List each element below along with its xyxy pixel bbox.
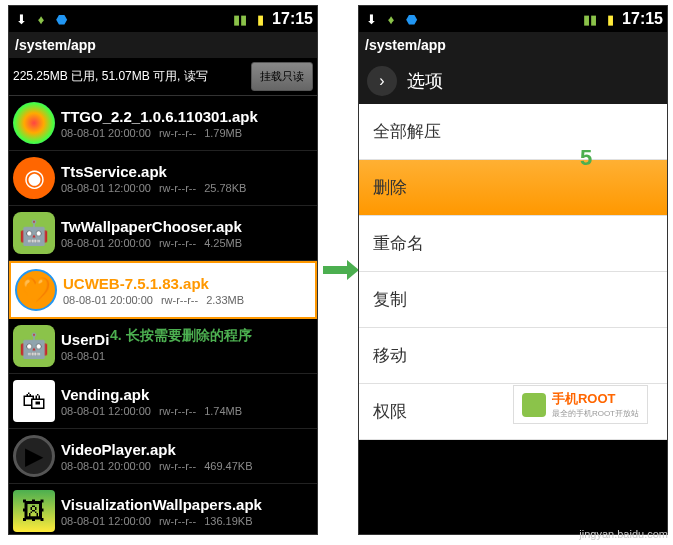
android-icon: ♦	[33, 11, 49, 27]
status-bar: ⬇ ♦ ⬣ ▮▮ ▮ 17:15	[359, 6, 667, 32]
chevron-right-icon: ›	[379, 72, 384, 90]
file-item[interactable]: TTGO_2.2_1.0.6.110301.apk 08-08-01 20:00…	[9, 96, 317, 151]
storage-info: 225.25MB 已用, 51.07MB 可用, 读写	[13, 68, 208, 85]
apk-icon: 🤖	[13, 212, 55, 254]
file-item[interactable]: ▶ VideoPlayer.apk 08-08-01 20:00:00rw-r-…	[9, 429, 317, 484]
file-name: TTGO_2.2_1.0.6.110301.apk	[61, 108, 313, 125]
menu-item-delete[interactable]: 删除	[359, 160, 667, 216]
file-item[interactable]: 🖼 VisualizationWallpapers.apk 08-08-01 1…	[9, 484, 317, 534]
app-icon-visualization: 🖼	[13, 490, 55, 532]
app-icon-vending: 🛍	[13, 380, 55, 422]
file-name: UCWEB-7.5.1.83.apk	[63, 275, 311, 292]
download-icon: ⬇	[13, 11, 29, 27]
current-path: /system/app	[15, 37, 96, 53]
baidu-watermark: jingyan.baidu.com	[579, 528, 668, 540]
watermark-title: 手机ROOT	[552, 390, 639, 408]
app-icon-ttgo	[13, 102, 55, 144]
app-icon-ucweb: 🧡	[15, 269, 57, 311]
app-icon-video: ▶	[13, 435, 55, 477]
popup-title: 选项	[407, 69, 443, 93]
file-name: TtsService.apk	[61, 163, 313, 180]
menu-item-move[interactable]: 移动	[359, 328, 667, 384]
file-name: VideoPlayer.apk	[61, 441, 313, 458]
file-name: VisualizationWallpapers.apk	[61, 496, 313, 513]
annotation-step-5: 5	[580, 145, 592, 171]
annotation-step-4: 4. 长按需要删除的程序	[110, 327, 252, 345]
signal-icon: ▮▮	[232, 11, 248, 27]
file-name: Vending.apk	[61, 386, 313, 403]
app-icon: ⬣	[53, 11, 69, 27]
watermark-logo: 手机ROOT 最全的手机ROOT开放站	[513, 385, 648, 424]
path-bar: /system/app	[359, 32, 667, 58]
current-path: /system/app	[365, 37, 446, 53]
popup-header: › 选项	[359, 58, 667, 104]
mount-readonly-button[interactable]: 挂载只读	[251, 62, 313, 91]
file-name: TwWallpaperChooser.apk	[61, 218, 313, 235]
menu-item-rename[interactable]: 重命名	[359, 216, 667, 272]
phone-screenshot-right: ⬇ ♦ ⬣ ▮▮ ▮ 17:15 /system/app › 选项 全部解压 删…	[358, 5, 668, 535]
status-bar: ⬇ ♦ ⬣ ▮▮ ▮ 17:15	[9, 6, 317, 32]
file-list[interactable]: TTGO_2.2_1.0.6.110301.apk 08-08-01 20:00…	[9, 96, 317, 534]
android-robot-icon	[522, 393, 546, 417]
menu-item-extract-all[interactable]: 全部解压	[359, 104, 667, 160]
file-item[interactable]: 🛍 Vending.apk 08-08-01 12:00:00rw-r--r--…	[9, 374, 317, 429]
menu-item-copy[interactable]: 复制	[359, 272, 667, 328]
download-icon: ⬇	[363, 11, 379, 27]
android-icon: ♦	[383, 11, 399, 27]
watermark-subtitle: 最全的手机ROOT开放站	[552, 408, 639, 419]
file-item-selected[interactable]: 🧡 UCWEB-7.5.1.83.apk 08-08-01 20:00:00rw…	[9, 261, 317, 319]
app-icon-tts: ◉	[13, 157, 55, 199]
signal-icon: ▮▮	[582, 11, 598, 27]
phone-screenshot-left: ⬇ ♦ ⬣ ▮▮ ▮ 17:15 /system/app 225.25MB 已用…	[8, 5, 318, 535]
clock: 17:15	[622, 10, 663, 28]
storage-info-bar: 225.25MB 已用, 51.07MB 可用, 读写 挂载只读	[9, 58, 317, 96]
apk-icon: 🤖	[13, 325, 55, 367]
clock: 17:15	[272, 10, 313, 28]
back-button[interactable]: ›	[367, 66, 397, 96]
app-icon: ⬣	[403, 11, 419, 27]
battery-icon: ▮	[252, 11, 268, 27]
path-bar: /system/app	[9, 32, 317, 58]
battery-icon: ▮	[602, 11, 618, 27]
arrow-icon	[323, 260, 359, 280]
file-item[interactable]: 🤖 TwWallpaperChooser.apk 08-08-01 20:00:…	[9, 206, 317, 261]
file-item[interactable]: ◉ TtsService.apk 08-08-01 12:00:00rw-r--…	[9, 151, 317, 206]
